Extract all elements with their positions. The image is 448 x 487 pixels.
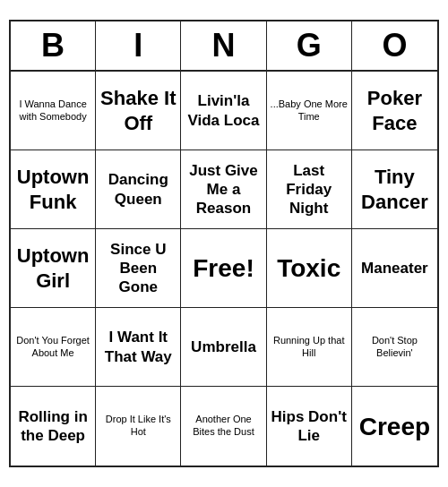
cell-text-0: I Wanna Dance with Somebody bbox=[14, 98, 91, 124]
cell-text-11: Since U Been Gone bbox=[99, 240, 177, 297]
bingo-cell-17: Umbrella bbox=[181, 308, 266, 387]
cell-text-7: Just Give Me a Reason bbox=[185, 161, 262, 218]
cell-text-17: Umbrella bbox=[191, 337, 256, 356]
header-letter-o: O bbox=[352, 21, 437, 70]
bingo-cell-16: I Want It That Way bbox=[96, 308, 181, 387]
bingo-cell-19: Don't Stop Believin' bbox=[352, 308, 437, 387]
cell-text-13: Toxic bbox=[277, 252, 340, 284]
header-letter-g: G bbox=[267, 21, 352, 70]
cell-text-22: Another One Bites the Dust bbox=[185, 414, 262, 439]
bingo-cell-13: Toxic bbox=[267, 229, 352, 308]
cell-text-9: Tiny Dancer bbox=[356, 165, 434, 214]
bingo-cell-7: Just Give Me a Reason bbox=[181, 150, 266, 229]
bingo-cell-22: Another One Bites the Dust bbox=[181, 387, 266, 466]
bingo-cell-11: Since U Been Gone bbox=[96, 229, 181, 308]
bingo-cell-9: Tiny Dancer bbox=[352, 150, 437, 229]
bingo-cell-24: Creep bbox=[352, 387, 437, 466]
bingo-cell-23: Hips Don't Lie bbox=[267, 387, 352, 466]
cell-text-12: Free! bbox=[193, 252, 254, 284]
cell-text-15: Don't You Forget About Me bbox=[14, 335, 91, 360]
cell-text-4: Poker Face bbox=[356, 86, 434, 135]
bingo-cell-18: Running Up that Hill bbox=[267, 308, 352, 387]
cell-text-10: Uptown Girl bbox=[14, 244, 91, 293]
cell-text-21: Drop It Like It's Hot bbox=[99, 414, 177, 439]
bingo-cell-4: Poker Face bbox=[352, 72, 437, 150]
cell-text-18: Running Up that Hill bbox=[271, 335, 348, 360]
header-letter-i: I bbox=[96, 21, 181, 70]
cell-text-20: Rolling in the Deep bbox=[14, 407, 91, 446]
cell-text-24: Creep bbox=[359, 411, 430, 442]
bingo-header: BINGO bbox=[11, 21, 437, 72]
bingo-cell-14: Maneater bbox=[352, 229, 437, 308]
bingo-cell-12: Free! bbox=[181, 229, 266, 308]
bingo-cell-20: Rolling in the Deep bbox=[11, 387, 96, 466]
cell-text-23: Hips Don't Lie bbox=[271, 407, 348, 446]
bingo-cell-21: Drop It Like It's Hot bbox=[96, 387, 181, 466]
bingo-cell-0: I Wanna Dance with Somebody bbox=[11, 72, 96, 150]
header-letter-b: B bbox=[11, 21, 96, 70]
bingo-cell-3: ...Baby One More Time bbox=[267, 72, 352, 150]
bingo-card: BINGO I Wanna Dance with SomebodyShake I… bbox=[9, 20, 439, 467]
bingo-cell-15: Don't You Forget About Me bbox=[11, 308, 96, 387]
bingo-cell-8: Last Friday Night bbox=[267, 150, 352, 229]
bingo-cell-5: Uptown Funk bbox=[11, 150, 96, 229]
cell-text-8: Last Friday Night bbox=[271, 161, 348, 218]
bingo-cell-6: Dancing Queen bbox=[96, 150, 181, 229]
bingo-cell-1: Shake It Off bbox=[96, 72, 181, 150]
bingo-grid: I Wanna Dance with SomebodyShake It OffL… bbox=[11, 72, 437, 466]
cell-text-19: Don't Stop Believin' bbox=[356, 335, 434, 360]
cell-text-5: Uptown Funk bbox=[14, 165, 91, 214]
cell-text-2: Livin'la Vida Loca bbox=[185, 91, 262, 130]
header-letter-n: N bbox=[181, 21, 266, 70]
bingo-cell-2: Livin'la Vida Loca bbox=[181, 72, 266, 150]
bingo-cell-10: Uptown Girl bbox=[11, 229, 96, 308]
cell-text-3: ...Baby One More Time bbox=[271, 98, 348, 124]
cell-text-6: Dancing Queen bbox=[99, 170, 177, 209]
cell-text-16: I Want It That Way bbox=[99, 328, 177, 366]
cell-text-1: Shake It Off bbox=[99, 86, 177, 135]
cell-text-14: Maneater bbox=[361, 259, 428, 278]
